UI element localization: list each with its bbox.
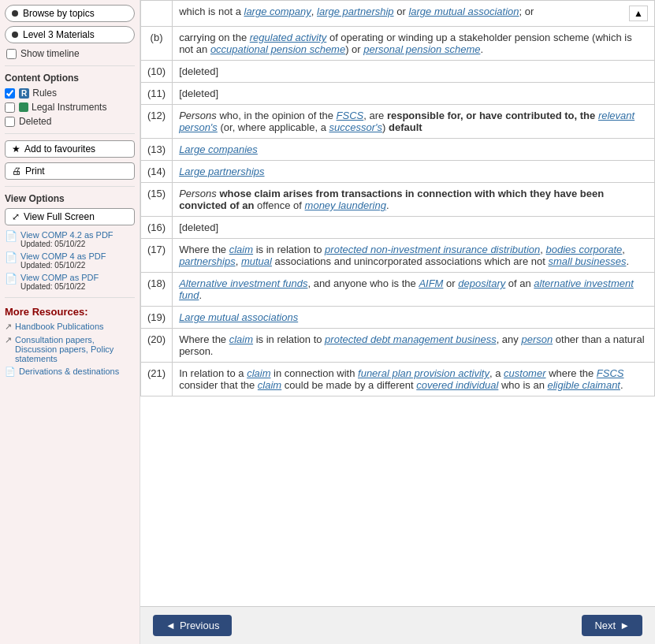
table-row-21: (21) In relation to a claim in connectio… [141,363,655,396]
table-row-b: (b) carrying on the regulated activity o… [141,27,655,61]
funeral-plan-link[interactable]: funeral plan provision activity [358,367,489,379]
resource-0[interactable]: ↗ Handbook Publications [5,322,135,332]
top-row-num [141,1,173,27]
main-content: ▲ which is not a large company, large pa… [140,0,655,644]
table-row-20: (20) Where the claim is in relation to p… [141,329,655,363]
pdf-name-1: View COMP 4 as PDF [20,251,106,261]
small-businesses-link[interactable]: small businesses [548,255,626,267]
large-partnerships-link[interactable]: Large partnerships [179,166,264,177]
pdf-link-1[interactable]: 📄 View COMP 4 as PDF Updated: 05/10/22 [5,251,135,270]
row-content-21: In relation to a claim in connection wit… [173,363,655,396]
row-content-14: Large partnerships [173,161,655,183]
view-fullscreen-button[interactable]: ⤢ View Full Screen [5,208,135,225]
table-row-11: (11) [deleted] [141,83,655,105]
successors-link[interactable]: successor's [329,121,383,133]
resource-label-0: Handbook Publications [15,322,104,331]
table-row-10: (10) [deleted] [141,61,655,83]
row-num-20: (20) [141,329,173,363]
row-num-13: (13) [141,139,173,161]
rules-checkbox[interactable] [5,88,15,99]
row-content-17: Where the claim is in relation to protec… [173,239,655,273]
add-favourites-label: Add to favourites [24,143,95,154]
resource-label-2: Derivations & destinations [19,367,119,376]
mutual-link-17[interactable]: mutual [241,255,272,267]
row-num-12: (12) [141,105,173,139]
table-row-15: (15) Persons whose claim arises from tra… [141,183,655,217]
table-row-top: ▲ which is not a large company, large pa… [141,1,655,27]
add-favourites-button[interactable]: ★ Add to favourites [5,140,135,158]
ext-icon-1: ↗ [5,335,12,345]
partnerships-link-17[interactable]: partnerships [179,255,236,267]
previous-button[interactable]: ◄ Previous [153,615,232,636]
occupational-pension-link[interactable]: occupational pension scheme [210,43,345,55]
row-content-15: Persons whose claim arises from transact… [173,183,655,217]
print-button[interactable]: 🖨 Print [5,162,135,180]
show-timeline-label: Show timeline [20,48,80,59]
resource-1[interactable]: ↗ Consultation papers, Discussion papers… [5,335,135,363]
legal-instruments-checkbox[interactable] [5,102,15,113]
fscs-link-12[interactable]: FSCS [337,110,364,121]
row-num-18: (18) [141,273,173,307]
table-row-12: (12) Persons who, in the opinion of the … [141,105,655,139]
person-link-20[interactable]: person [521,333,553,345]
claim-link-17[interactable]: claim [229,244,253,255]
pdf-date-0: Updated: 05/10/22 [20,240,114,248]
browse-topics-label: Browse by topics [23,8,95,19]
divider-4 [5,297,135,298]
deleted-option: Deleted [5,116,135,127]
legal-instruments-label: Legal Instruments [32,102,106,113]
bodies-corporate-link[interactable]: bodies corporate [546,244,623,255]
row-content-20: Where the claim is in relation to protec… [173,329,655,363]
browse-topics-button[interactable]: Browse by topics [5,5,135,22]
next-button[interactable]: Next ► [582,615,642,636]
more-resources-label: More Resources: [5,306,135,318]
claim-link-20[interactable]: claim [229,333,253,345]
claim-link-21b[interactable]: claim [258,379,281,391]
doc-icon-2: 📄 [5,367,16,377]
eligible-claimant-link[interactable]: eligible claimant [547,379,620,391]
personal-pension-link[interactable]: personal pension scheme [363,43,480,55]
row-num-21: (21) [141,363,173,396]
large-companies-link[interactable]: Large companies [179,143,258,155]
pdf-link-2[interactable]: 📄 View COMP as PDF Updated: 05/10/22 [5,273,135,291]
level3-button[interactable]: Level 3 Materials [5,26,135,43]
fscs-link-21[interactable]: FSCS [597,367,624,379]
pdf-name-0: View COMP 4.2 as PDF [20,230,114,240]
print-label: Print [25,166,45,177]
large-partnership-link[interactable]: large partnership [317,6,394,17]
row-content-11: [deleted] [173,83,655,105]
scroll-to-top-button[interactable]: ▲ [629,6,648,21]
pdf-link-0[interactable]: 📄 View COMP 4.2 as PDF Updated: 05/10/22 [5,230,135,248]
depositary-link[interactable]: depositary [458,277,505,289]
regulated-activity-link[interactable]: regulated activity [250,32,327,43]
row-letter-b: (b) [141,27,173,61]
star-icon: ★ [12,143,20,154]
pdf-name-2: View COMP as PDF [20,273,99,282]
deleted-checkbox[interactable] [5,117,15,127]
large-mutual-link[interactable]: Large mutual associations [179,311,298,323]
pdf-icon-1: 📄 [5,251,17,263]
resource-2[interactable]: 📄 Derivations & destinations [5,367,135,377]
row-num-15: (15) [141,183,173,217]
pdf-icon-2: 📄 [5,273,17,285]
show-timeline-container: Show timeline [6,48,135,59]
claim-link-21[interactable]: claim [247,367,270,379]
protected-debt-link[interactable]: protected debt management business [325,333,497,345]
previous-icon: ◄ [166,620,176,631]
table-row-16: (16) [deleted] [141,217,655,239]
view-fullscreen-label: View Full Screen [24,211,95,222]
covered-individual-link[interactable]: covered individual [416,379,498,391]
show-timeline-checkbox[interactable] [6,49,17,59]
pdf-date-1: Updated: 05/10/22 [20,261,106,270]
protected-non-investment-link[interactable]: protected non-investment insurance distr… [325,244,540,255]
legal-instruments-icon [19,102,28,112]
next-icon: ► [620,620,630,631]
large-company-link[interactable]: large company [244,6,311,17]
row-content-13: Large companies [173,139,655,161]
large-mutual-assoc-link[interactable]: large mutual association [408,6,519,17]
money-laundering-link[interactable]: money laundering [305,199,386,211]
alternative-investment-funds-link[interactable]: Alternative investment funds [179,277,307,289]
customer-link-21[interactable]: customer [504,367,545,379]
aifm-link[interactable]: AIFM [419,277,443,289]
rules-label: Rules [32,87,57,99]
